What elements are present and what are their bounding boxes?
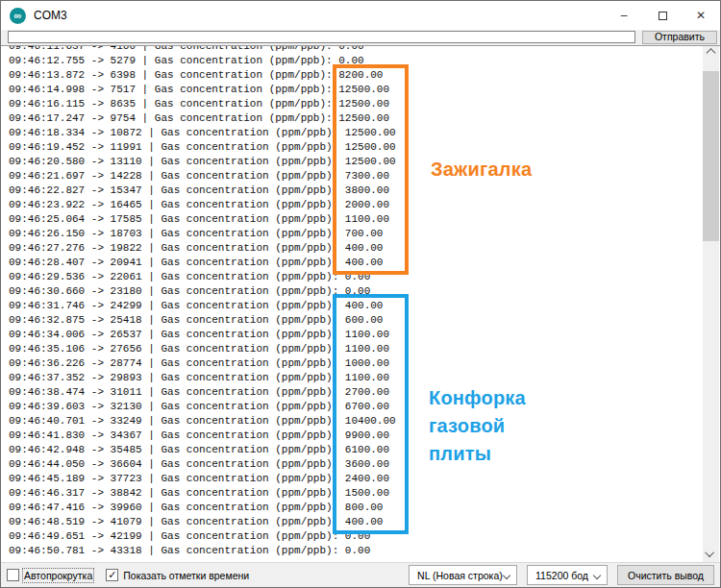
vertical-scrollbar[interactable] (703, 46, 719, 562)
scroll-down-button[interactable] (703, 546, 719, 562)
title-bar: ∞ COM3 – ✕ (1, 1, 720, 30)
clear-output-button[interactable]: Очистить вывод (617, 565, 714, 585)
arduino-icon: ∞ (10, 8, 26, 24)
serial-monitor-window: ∞ COM3 – ✕ Отправить 09:46:11.637 -> 416… (0, 0, 721, 588)
autoscroll-checkbox-group[interactable]: ✓ Автопрокрутка (7, 569, 92, 581)
close-icon: ✕ (696, 9, 706, 22)
chevron-up-icon (707, 48, 716, 58)
maximize-icon (659, 12, 667, 20)
maximize-button[interactable] (643, 1, 682, 30)
baud-rate-value: 115200 бод (535, 570, 588, 581)
scrollbar-thumb[interactable] (703, 71, 719, 241)
annotation-stove: Конфорка газовой плиты (429, 384, 526, 468)
chevron-down-icon (503, 572, 510, 579)
autoscroll-label: Автопрокрутка (24, 570, 92, 581)
close-button[interactable]: ✕ (682, 1, 720, 30)
baud-rate-dropdown[interactable]: 115200 бод (527, 565, 608, 585)
log-line: 09:46:11.637 -> 4160 | Gas concentration… (9, 45, 704, 54)
timestamps-checkbox-group[interactable]: ✓ Показать отметки времени (106, 569, 249, 581)
line-ending-dropdown[interactable]: NL (Новая строка) (409, 565, 517, 585)
timestamps-label: Показать отметки времени (123, 570, 249, 581)
scroll-up-button[interactable] (703, 46, 719, 62)
log-line: 09:46:50.781 -> 43318 | Gas concentratio… (9, 544, 704, 558)
timestamps-checkbox[interactable]: ✓ (106, 569, 118, 581)
line-ending-value: NL (Новая строка) (417, 570, 503, 581)
serial-send-input[interactable] (8, 31, 635, 43)
window-title: COM3 (34, 9, 67, 22)
send-button[interactable]: Отправить (642, 31, 717, 44)
annotation-lighter: Зажигалка (431, 159, 532, 181)
bottom-bar: ✓ Автопрокрутка ✓ Показать отметки време… (1, 562, 720, 587)
minimize-icon: – (621, 9, 628, 22)
autoscroll-checkbox[interactable]: ✓ (7, 569, 19, 581)
chevron-down-icon (705, 548, 714, 557)
window-controls: – ✕ (605, 1, 720, 30)
chevron-down-icon (593, 572, 601, 579)
highlight-rect-stove (333, 294, 409, 534)
highlight-rect-lighter (333, 64, 409, 275)
minimize-button[interactable]: – (605, 1, 643, 30)
